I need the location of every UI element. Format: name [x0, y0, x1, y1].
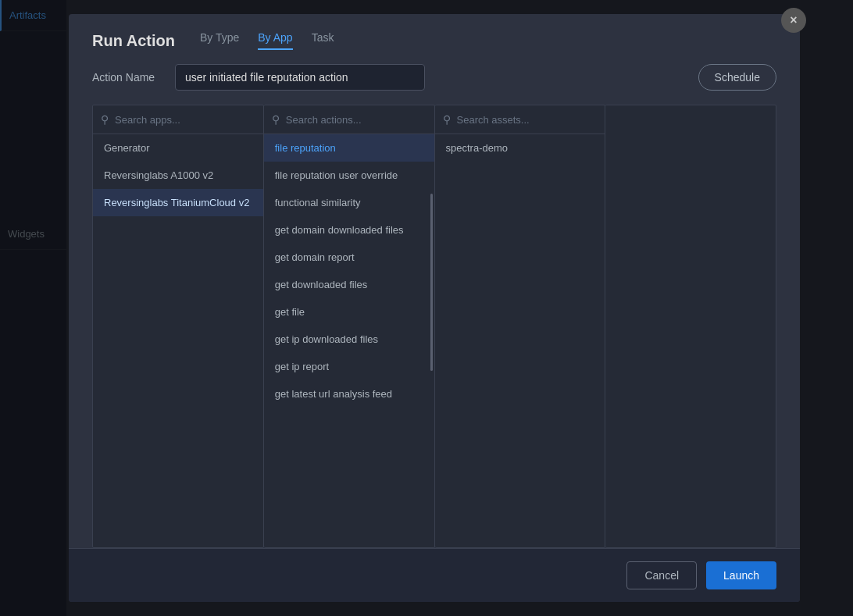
- modal-footer: Cancel Launch: [69, 548, 800, 602]
- cancel-button[interactable]: Cancel: [626, 561, 697, 589]
- action-name-input[interactable]: [175, 64, 425, 91]
- tab-by-type[interactable]: By Type: [200, 31, 239, 50]
- action-item-get-downloaded-files[interactable]: get downloaded files: [264, 271, 434, 298]
- action-item-get-ip-report[interactable]: get ip report: [264, 353, 434, 380]
- app-item-titaniumcloud[interactable]: Reversinglabs TitaniumCloud v2: [93, 189, 263, 216]
- modal-title: Run Action: [92, 32, 175, 50]
- launch-button[interactable]: Launch: [706, 561, 776, 589]
- apps-panel: ⚲ Generator Reversinglabs A1000 v2 Rever…: [92, 105, 264, 548]
- app-item-generator[interactable]: Generator: [93, 134, 263, 162]
- scroll-indicator: [430, 194, 433, 370]
- run-action-modal: × Run Action By Type By App Task Action …: [69, 14, 800, 602]
- modal-header: Run Action By Type By App Task: [69, 14, 800, 50]
- assets-search-bar: ⚲: [435, 105, 605, 134]
- close-button[interactable]: ×: [781, 8, 806, 33]
- app-item-a1000[interactable]: Reversinglabs A1000 v2: [93, 162, 263, 189]
- tab-by-app[interactable]: By App: [258, 31, 292, 50]
- action-item-get-domain-downloaded-files[interactable]: get domain downloaded files: [264, 216, 434, 244]
- panels-area: ⚲ Generator Reversinglabs A1000 v2 Rever…: [69, 105, 800, 548]
- action-item-get-domain-report[interactable]: get domain report: [264, 244, 434, 271]
- assets-panel: ⚲ spectra-demo: [435, 105, 606, 548]
- assets-search-icon: ⚲: [443, 113, 451, 126]
- apps-search-icon: ⚲: [101, 113, 109, 126]
- assets-list: spectra-demo: [435, 134, 605, 547]
- apps-search-bar: ⚲: [93, 105, 263, 134]
- apps-search-input[interactable]: [115, 114, 255, 126]
- actions-search-input[interactable]: [286, 114, 426, 126]
- action-item-get-ip-downloaded-files[interactable]: get ip downloaded files: [264, 326, 434, 353]
- action-name-label: Action Name: [92, 71, 162, 84]
- schedule-button[interactable]: Schedule: [698, 64, 776, 91]
- action-item-file-reputation[interactable]: file reputation: [264, 134, 434, 162]
- actions-search-bar: ⚲: [264, 105, 434, 134]
- action-item-get-latest-url-analysis-feed[interactable]: get latest url analysis feed: [264, 380, 434, 408]
- fourth-panel: [605, 105, 776, 548]
- apps-list: Generator Reversinglabs A1000 v2 Reversi…: [93, 134, 263, 547]
- actions-list: file reputation file reputation user ove…: [264, 134, 434, 547]
- action-name-row: Action Name Schedule: [69, 50, 800, 105]
- actions-search-icon: ⚲: [272, 113, 280, 126]
- tab-task[interactable]: Task: [312, 31, 334, 50]
- asset-item-spectra-demo[interactable]: spectra-demo: [435, 134, 605, 162]
- assets-search-input[interactable]: [457, 114, 598, 126]
- actions-panel: ⚲ file reputation file reputation user o…: [264, 105, 435, 548]
- action-item-functional-similarity[interactable]: functional similarity: [264, 189, 434, 216]
- action-item-file-reputation-user-override[interactable]: file reputation user override: [264, 162, 434, 189]
- action-item-get-file[interactable]: get file: [264, 298, 434, 326]
